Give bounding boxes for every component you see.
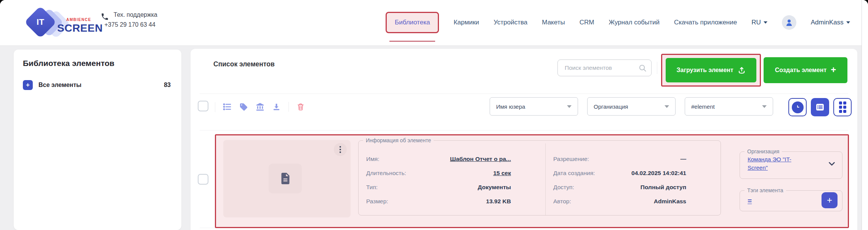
field-label: Длительность: [366, 170, 406, 177]
filter-value: #element [691, 103, 715, 110]
upload-element-button[interactable]: Загрузить элемент [666, 58, 756, 82]
element-duration-link[interactable]: 15 сек [493, 170, 511, 177]
app-window: IT AMBIENCE SCREEN Тех. поддержка +375 2… [0, 0, 868, 230]
tags-fieldset: Тэги элемента = + [740, 187, 842, 211]
info-legend: Информация об элементе [363, 137, 434, 143]
organization-link[interactable]: Команда ЭО "IT-Screen" [748, 155, 805, 172]
info-row-duration: Длительность: 15 сек [366, 166, 511, 180]
caret-down-icon [764, 21, 767, 24]
nav-tab-event-log[interactable]: Журнал событий [609, 19, 660, 26]
person-icon [785, 18, 794, 27]
chevron-down-icon[interactable] [827, 159, 837, 169]
divider [200, 130, 848, 130]
bank-icon[interactable] [256, 103, 264, 111]
language-value: RU [751, 19, 761, 26]
plus-icon: + [831, 64, 836, 75]
active-tab-underline [389, 41, 435, 42]
list-view-button[interactable] [811, 98, 829, 116]
nav-tab-devices[interactable]: Устройства [493, 19, 527, 26]
list-view-icon [815, 102, 825, 113]
field-label: Доступ: [553, 184, 574, 191]
chevron-down-icon [567, 105, 572, 108]
support-phone: +375 29 170 63 44 [104, 21, 155, 28]
top-header: IT AMBIENCE SCREEN Тех. поддержка +375 2… [0, 0, 862, 46]
field-value: 13.92 KB [486, 198, 511, 205]
divider [657, 62, 657, 74]
annotation-box-upload: Загрузить элемент [661, 54, 761, 87]
page-title: Список элементов [213, 60, 275, 68]
grid-view-icon [839, 101, 846, 113]
add-tag-button[interactable]: + [822, 192, 838, 208]
language-selector[interactable]: RU [751, 19, 767, 26]
nav-tab-library[interactable]: Библиотека [386, 12, 439, 33]
field-value: — [681, 156, 687, 162]
info-row-created: Дата создания: 04.02.2025 14:02:41 [553, 166, 686, 180]
info-row-type: Тип: Документы [366, 180, 511, 194]
sidebar-item-all-elements[interactable]: + Все элементы 83 [23, 80, 171, 90]
info-column-right: Разрешение: — Дата создания: 04.02.2025 … [546, 143, 721, 215]
annotation-box-element-row: Информация об элементе Имя: Шаблон Отчет… [215, 134, 849, 228]
search-input[interactable] [564, 60, 638, 76]
divider [200, 93, 848, 94]
nav-tab-crm[interactable]: CRM [580, 19, 594, 26]
info-row-size: Размер: 13.92 KB [366, 194, 511, 208]
sidebar-title: Библиотека элементов [14, 50, 181, 68]
document-preview [269, 164, 302, 193]
field-value: 04.02.2025 14:02:41 [631, 170, 686, 177]
organization-fieldset: Организация Команда ЭО "IT-Screen" [740, 148, 842, 179]
info-row-access: Доступ: Полный доступ [553, 180, 686, 194]
expand-plus-icon[interactable]: + [23, 80, 33, 90]
info-column-left: Имя: Шаблон Отчет о ра... Длительность: … [359, 143, 546, 215]
field-value: Полный доступ [641, 184, 686, 191]
list-icon[interactable] [223, 102, 232, 111]
user-avatar[interactable] [782, 15, 796, 30]
organization-legend: Организация [745, 148, 782, 154]
upload-icon [738, 66, 746, 74]
field-label: Имя: [366, 156, 380, 162]
trash-icon[interactable] [296, 103, 305, 111]
nav-tab-karmiki[interactable]: Кармики [453, 19, 479, 26]
select-all-checkbox[interactable] [198, 101, 208, 111]
tags-value[interactable]: = [748, 197, 752, 205]
grid-view-button[interactable] [833, 98, 852, 116]
download-icon[interactable] [272, 103, 281, 111]
filter-user-name[interactable]: Имя юзера [490, 97, 578, 116]
user-menu[interactable]: AdminKass [811, 19, 850, 26]
field-label: Размер: [366, 198, 388, 205]
sidebar-item-label: Все элементы [38, 82, 82, 88]
search-icon [638, 64, 647, 72]
divider [215, 102, 215, 112]
filter-value: Организация [594, 103, 628, 110]
info-row-author: Автор: AdminKass [553, 194, 686, 208]
element-info-fieldset: Информация об элементе Имя: Шаблон Отчет… [358, 137, 721, 216]
clock-icon [792, 101, 804, 113]
bulk-actions-toolbar [223, 102, 305, 112]
element-name-link[interactable]: Шаблон Отчет о ра... [450, 156, 511, 162]
nav-tab-layouts[interactable]: Макеты [542, 19, 565, 26]
elements-panel: Список элементов Загрузить элемент Созда… [191, 49, 857, 230]
logo-ambience-text: AMBIENCE [66, 18, 91, 22]
create-button-label: Создать элемент [775, 67, 827, 74]
username: AdminKass [811, 19, 844, 26]
app-logo[interactable]: IT AMBIENCE SCREEN [18, 8, 105, 38]
logo-screen-text: SCREEN [57, 22, 103, 34]
document-icon [279, 172, 292, 185]
page-scrollbar[interactable] [862, 0, 868, 230]
kebab-menu-icon[interactable] [334, 143, 347, 156]
search-box [557, 60, 652, 76]
nav-tab-download-app[interactable]: Скачать приложение [674, 19, 737, 26]
main-nav: Библиотека Кармики Устройства Макеты CRM… [386, 0, 850, 45]
tags-legend: Тэги элемента [745, 187, 786, 193]
history-view-button[interactable] [788, 98, 807, 116]
field-label: Дата создания: [553, 170, 595, 177]
tag-icon[interactable] [239, 103, 248, 111]
row-checkbox[interactable] [198, 174, 208, 185]
chevron-down-icon [762, 105, 767, 108]
library-sidebar: Библиотека элементов + Все элементы 83 [14, 50, 181, 230]
filter-element-tag[interactable]: #element [685, 97, 773, 116]
create-element-button[interactable]: Создать элемент + [764, 57, 847, 83]
filter-organization[interactable]: Организация [587, 97, 676, 116]
element-thumbnail[interactable] [223, 140, 351, 217]
filter-value: Имя юзера [496, 103, 525, 110]
chevron-down-icon [665, 105, 669, 108]
